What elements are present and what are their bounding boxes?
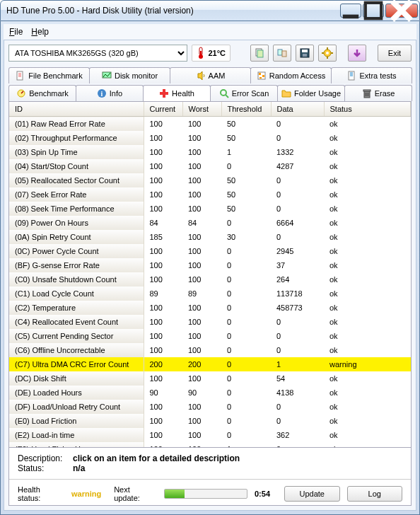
- col-data[interactable]: Data: [271, 102, 324, 117]
- table-row[interactable]: (09) Power On Hours848406664ok: [9, 216, 411, 230]
- table-row[interactable]: (C6) Offline Uncorrectable10010000ok: [9, 343, 411, 357]
- tab-extra-tests[interactable]: Extra tests: [331, 67, 412, 83]
- cell-current: 185: [144, 230, 182, 244]
- cell-worst: 100: [182, 173, 221, 187]
- table-row[interactable]: (C7) Ultra DMA CRC Error Count20020001wa…: [9, 357, 411, 371]
- table-row[interactable]: (DE) Loaded Hours909004138ok: [9, 386, 411, 400]
- cell-status: ok: [324, 428, 411, 442]
- table-row[interactable]: (E2) Load-in time1001000362ok: [9, 428, 411, 442]
- table-row[interactable]: (05) Reallocated Sector Count100100500ok: [9, 173, 411, 187]
- col-current[interactable]: Current: [144, 102, 182, 117]
- tab-erase[interactable]: Erase: [344, 85, 412, 101]
- cell-current: 100: [144, 343, 182, 357]
- cell-status: ok: [324, 202, 411, 216]
- update-button[interactable]: Update: [284, 486, 339, 502]
- cell-id: (DC) Disk Shift: [9, 371, 144, 386]
- tab-info[interactable]: iInfo: [76, 85, 144, 101]
- cell-current: 100: [144, 244, 182, 258]
- tab-random-access[interactable]: Random Access: [250, 67, 332, 83]
- col-threshold[interactable]: Threshold: [221, 102, 271, 117]
- cell-data: 4287: [271, 159, 324, 173]
- cell-id: (09) Power On Hours: [9, 216, 144, 230]
- table-row[interactable]: (DC) Disk Shift100100054ok: [9, 371, 411, 386]
- cell-threshold: 1: [221, 145, 271, 159]
- extra-tests-icon: [347, 71, 357, 81]
- table-row[interactable]: (C4) Reallocated Event Count10010000ok: [9, 315, 411, 329]
- table-row[interactable]: (E0) Load Friction10010000ok: [9, 414, 411, 428]
- minimize-button[interactable]: [340, 4, 361, 18]
- cell-id: (DE) Loaded Hours: [9, 386, 144, 400]
- cell-worst: 100: [182, 244, 221, 258]
- menu-file[interactable]: File: [9, 27, 23, 37]
- col-id[interactable]: ID: [9, 102, 144, 117]
- cell-data: 0: [271, 187, 324, 202]
- cell-threshold: 0: [221, 371, 271, 386]
- svg-rect-18: [17, 71, 23, 80]
- cell-id: (01) Raw Read Error Rate: [9, 117, 144, 132]
- window-title: HD Tune Pro 5.00 - Hard Disk Utility (tr…: [6, 6, 339, 16]
- screenshot-button[interactable]: [273, 45, 291, 62]
- tab-benchmark[interactable]: Benchmark: [8, 85, 76, 101]
- settings-button[interactable]: [318, 45, 337, 62]
- cell-status: ok: [324, 230, 411, 244]
- table-row[interactable]: (DF) Load/Unload Retry Count10010000ok: [9, 400, 411, 414]
- refresh-button[interactable]: [348, 45, 366, 62]
- tab-label: File Benchmark: [28, 71, 82, 80]
- table-row[interactable]: (08) Seek Time Performance100100500ok: [9, 202, 411, 216]
- svg-point-13: [326, 52, 329, 54]
- cell-threshold: 0: [221, 428, 271, 442]
- col-worst[interactable]: Worst: [182, 102, 221, 117]
- tab-health[interactable]: Health: [143, 85, 211, 101]
- table-row[interactable]: (07) Seek Error Rate100100500ok: [9, 187, 411, 202]
- cell-status: ok: [324, 301, 411, 315]
- log-button[interactable]: Log: [347, 486, 402, 502]
- table-row[interactable]: (C5) Current Pending Sector10010000ok: [9, 329, 411, 343]
- close-button[interactable]: [385, 4, 418, 18]
- tab-aam[interactable]: AAM: [170, 67, 251, 83]
- cell-id: (C0) Unsafe Shutdown Count: [9, 272, 144, 287]
- svg-rect-33: [363, 90, 371, 91]
- table-row[interactable]: (F0) Head Flying Hours10010010ok: [9, 442, 411, 447]
- tab-file-benchmark[interactable]: File Benchmark: [8, 67, 90, 83]
- table-row[interactable]: (C1) Load Cycle Count89890113718ok: [9, 287, 411, 301]
- cell-status: ok: [324, 272, 411, 287]
- table-row[interactable]: (0C) Power Cycle Count10010002945ok: [9, 244, 411, 258]
- table-row[interactable]: (BF) G-sense Error Rate100100037ok: [9, 258, 411, 272]
- cell-status: ok: [324, 287, 411, 301]
- status-bar: Health status: warning Next update: 0:54…: [9, 479, 411, 505]
- health-status-value: warning: [71, 490, 101, 498]
- drive-select[interactable]: ATA TOSHIBA MK3265GS (320 gB): [8, 45, 187, 62]
- svg-text:i: i: [100, 90, 103, 98]
- cell-data: 264: [271, 272, 324, 287]
- tab-error-scan[interactable]: Error Scan: [210, 85, 278, 101]
- cell-worst: 100: [182, 400, 221, 414]
- save-button[interactable]: [296, 45, 314, 62]
- cell-status: ok: [324, 117, 411, 132]
- cell-threshold: 50: [221, 202, 271, 216]
- tab-folder-usage[interactable]: Folder Usage: [277, 85, 345, 101]
- cell-current: 100: [144, 131, 182, 145]
- copy-button[interactable]: [250, 45, 269, 62]
- health-icon: [159, 88, 169, 98]
- cell-threshold: 0: [221, 301, 271, 315]
- svg-rect-10: [302, 50, 308, 52]
- menu-help[interactable]: Help: [31, 27, 49, 37]
- table-row[interactable]: (03) Spin Up Time10010011332ok: [9, 145, 411, 159]
- table-row[interactable]: (01) Raw Read Error Rate100100500ok: [9, 117, 411, 132]
- cell-id: (02) Throughput Performance: [9, 131, 144, 145]
- maximize-button[interactable]: [363, 4, 384, 18]
- tab-label: Disk monitor: [115, 71, 158, 80]
- svg-rect-7: [278, 50, 282, 55]
- table-row[interactable]: (C0) Unsafe Shutdown Count1001000264ok: [9, 272, 411, 287]
- table-row[interactable]: (04) Start/Stop Count10010004287ok: [9, 159, 411, 173]
- col-status[interactable]: Status: [324, 102, 411, 117]
- cell-current: 100: [144, 145, 182, 159]
- exit-button[interactable]: Exit: [378, 45, 412, 62]
- cell-status: ok: [324, 400, 411, 414]
- table-row[interactable]: (02) Throughput Performance100100500ok: [9, 131, 411, 145]
- table-row[interactable]: (C2) Temperature1001000458773ok: [9, 301, 411, 315]
- cell-worst: 100: [182, 131, 221, 145]
- tab-disk-monitor[interactable]: Disk monitor: [89, 67, 170, 83]
- cell-threshold: 0: [221, 414, 271, 428]
- table-row[interactable]: (0A) Spin Retry Count185100300ok: [9, 230, 411, 244]
